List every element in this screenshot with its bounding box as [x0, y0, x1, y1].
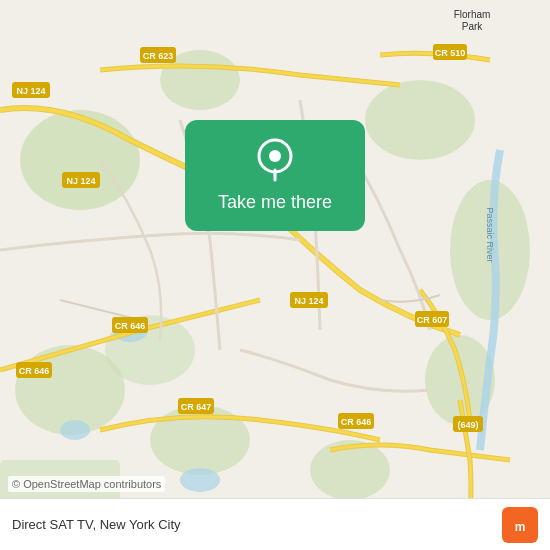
svg-text:CR 623: CR 623 [143, 51, 174, 61]
take-me-there-button[interactable]: Take me there [218, 192, 332, 213]
svg-text:NJ 124: NJ 124 [66, 176, 95, 186]
map-container: NJ 124 NJ 124 NJ 124 CR 623 CR 510 CR 64… [0, 0, 550, 550]
svg-text:Park: Park [462, 21, 484, 32]
svg-point-3 [365, 80, 475, 160]
svg-text:CR 646: CR 646 [115, 321, 146, 331]
bottom-bar: Direct SAT TV, New York City m [0, 498, 550, 550]
attribution-text: © OpenStreetMap contributors [8, 476, 165, 492]
svg-text:Passaic River: Passaic River [485, 207, 495, 262]
svg-text:CR 607: CR 607 [417, 315, 448, 325]
svg-text:CR 646: CR 646 [19, 366, 50, 376]
svg-point-40 [269, 150, 281, 162]
svg-text:CR 510: CR 510 [435, 48, 466, 58]
svg-text:NJ 124: NJ 124 [294, 296, 323, 306]
svg-text:(649): (649) [457, 420, 478, 430]
svg-text:m: m [515, 520, 526, 534]
svg-text:CR 646: CR 646 [341, 417, 372, 427]
svg-text:Florham: Florham [454, 9, 491, 20]
business-name: Direct SAT TV, New York City [12, 517, 181, 532]
moovit-icon: m [502, 507, 538, 543]
svg-point-13 [60, 420, 90, 440]
svg-point-12 [180, 468, 220, 492]
svg-text:NJ 124: NJ 124 [16, 86, 45, 96]
moovit-logo: m [502, 507, 538, 543]
pin-icon [253, 138, 297, 182]
map-svg: NJ 124 NJ 124 NJ 124 CR 623 CR 510 CR 64… [0, 0, 550, 550]
svg-text:CR 647: CR 647 [181, 402, 212, 412]
location-card: Take me there [185, 120, 365, 231]
